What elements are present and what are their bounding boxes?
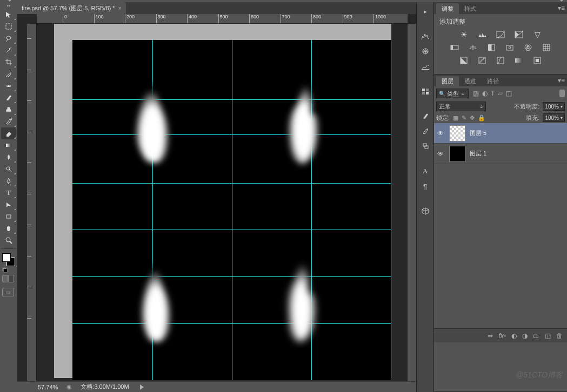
dodge-tool[interactable] — [1, 163, 16, 175]
tab-channels[interactable]: 通道 — [459, 76, 482, 86]
curves-icon[interactable] — [495, 30, 506, 39]
character-icon[interactable]: A — [418, 164, 433, 178]
vibrance-icon[interactable]: ▽ — [531, 30, 543, 39]
brush-preset-icon[interactable] — [418, 109, 433, 123]
delete-layer-icon[interactable]: 🗑 — [556, 332, 563, 340]
pen-tool[interactable] — [1, 175, 16, 187]
visibility-icon[interactable]: 👁 — [436, 130, 445, 137]
crop-tool[interactable] — [1, 56, 16, 68]
blur-tool[interactable] — [1, 151, 16, 163]
selective-color-icon[interactable] — [531, 56, 543, 65]
toolbox-handle[interactable]: •• — [0, 3, 17, 9]
layer-name[interactable]: 图层 5 — [470, 129, 486, 137]
ruler-horizontal[interactable]: 01002003004005006007008009001000 — [37, 14, 408, 24]
canvas[interactable] — [72, 40, 391, 380]
filter-smart-icon[interactable]: ◫ — [506, 90, 512, 97]
filter-toggle[interactable] — [559, 90, 565, 97]
layer-mask-icon[interactable]: ◐ — [511, 332, 517, 340]
swatches-icon[interactable] — [418, 84, 433, 98]
ruler-vertical[interactable]: 0100200300400500600700800900 — [27, 24, 37, 381]
3d-icon[interactable] — [418, 204, 433, 218]
canvas-viewport[interactable] — [37, 24, 408, 381]
screen-mode-button[interactable]: ▭ — [2, 288, 14, 296]
tab-styles[interactable]: 样式 — [459, 3, 482, 14]
status-icon[interactable]: ◉ — [66, 383, 72, 390]
photo-filter-icon[interactable] — [504, 43, 516, 52]
paragraph-icon[interactable]: ¶ — [418, 179, 433, 193]
posterize-icon[interactable] — [476, 56, 488, 65]
layer-thumbnail[interactable] — [449, 146, 465, 162]
filter-type-icon[interactable]: T — [491, 90, 495, 97]
histogram-icon[interactable] — [418, 29, 433, 43]
brush-tool[interactable] — [1, 92, 16, 104]
navigator-icon[interactable] — [418, 44, 433, 58]
eraser-tool[interactable] — [1, 127, 16, 139]
channel-mixer-icon[interactable] — [522, 43, 534, 52]
link-layers-icon[interactable]: ⇔ — [488, 332, 493, 340]
tab-paths[interactable]: 路径 — [482, 76, 504, 86]
lasso-tool[interactable] — [1, 32, 16, 44]
type-tool[interactable]: T — [1, 187, 16, 199]
zoom-tool[interactable] — [1, 234, 16, 246]
gradient-tool[interactable] — [1, 139, 16, 151]
layer-filter-dropdown[interactable]: 🔍类型≑ — [436, 89, 469, 98]
doc-info[interactable]: 文档:3.00M/1.00M — [81, 383, 129, 391]
lock-trans-icon[interactable]: ▩ — [453, 114, 458, 121]
close-tab-icon[interactable]: × — [118, 5, 122, 11]
lock-all-icon[interactable]: 🔒 — [478, 114, 485, 121]
filter-pixel-icon[interactable]: ▧ — [473, 90, 479, 97]
zoom-level[interactable]: 57.74% — [38, 384, 58, 390]
layer-thumbnail[interactable] — [449, 125, 465, 141]
stamp-tool[interactable] — [1, 104, 16, 116]
panel-menu-icon[interactable]: ▾≡ — [558, 77, 565, 84]
strip-expand-icon[interactable]: ▸ — [418, 4, 433, 18]
bw-icon[interactable] — [485, 43, 497, 52]
exposure-icon[interactable] — [513, 30, 525, 39]
new-layer-icon[interactable]: ◫ — [545, 332, 551, 340]
layer-row[interactable]: 👁 图层 1 — [434, 144, 567, 164]
invert-icon[interactable] — [458, 56, 470, 65]
new-adj-icon[interactable]: ◑ — [522, 332, 528, 340]
hand-tool[interactable] — [1, 222, 16, 234]
fill-value[interactable]: 100%▾ — [543, 113, 565, 122]
tab-adjustments[interactable]: 调整 — [436, 3, 459, 14]
filter-shape-icon[interactable]: ▱ — [498, 90, 503, 97]
svg-rect-10 — [422, 89, 425, 91]
layer-name[interactable]: 图层 1 — [470, 150, 486, 158]
panel-menu-icon[interactable]: ▾≡ — [558, 4, 565, 12]
levels-icon[interactable] — [476, 30, 488, 39]
brightness-icon[interactable]: ☀ — [458, 30, 470, 39]
tab-layers[interactable]: 图层 — [436, 76, 459, 86]
hue-icon[interactable] — [449, 43, 461, 52]
layer-row[interactable]: 👁 图层 5 — [434, 123, 567, 144]
swap-colors-icon[interactable] — [2, 267, 8, 273]
clone-source-icon[interactable] — [418, 139, 433, 153]
lock-pos-icon[interactable]: ✥ — [470, 114, 475, 121]
heal-tool[interactable] — [1, 80, 16, 92]
gradient-map-icon[interactable] — [513, 56, 525, 65]
new-group-icon[interactable]: 🗀 — [533, 332, 539, 340]
blend-mode-dropdown[interactable]: 正常≑ — [436, 102, 486, 111]
visibility-icon[interactable]: 👁 — [436, 150, 445, 158]
brush-settings-icon[interactable] — [418, 124, 433, 138]
balance-icon[interactable] — [467, 43, 479, 52]
lookup-icon[interactable] — [541, 43, 552, 52]
color-swatches[interactable] — [2, 253, 15, 266]
play-icon[interactable] — [140, 384, 144, 390]
quick-mask-toggle[interactable] — [2, 275, 14, 285]
opacity-value[interactable]: 100%▾ — [543, 102, 565, 111]
wand-tool[interactable] — [1, 44, 16, 56]
marquee-tool[interactable] — [1, 21, 16, 32]
move-tool[interactable] — [1, 9, 16, 21]
layer-fx-icon[interactable]: fx▫ — [498, 332, 506, 340]
path-select-tool[interactable] — [1, 199, 16, 211]
history-brush-tool[interactable] — [1, 116, 16, 127]
scrollbar-vertical[interactable] — [408, 24, 416, 381]
filter-adj-icon[interactable]: ◐ — [482, 90, 488, 97]
lock-paint-icon[interactable]: ✎ — [462, 114, 466, 121]
shape-tool[interactable] — [1, 211, 16, 222]
info-icon[interactable] — [418, 59, 433, 73]
eyedropper-tool[interactable] — [1, 68, 16, 80]
document-tab[interactable]: fire.psd @ 57.7% (图层 5, RGB/8) * × — [17, 2, 126, 14]
threshold-icon[interactable] — [495, 56, 506, 65]
